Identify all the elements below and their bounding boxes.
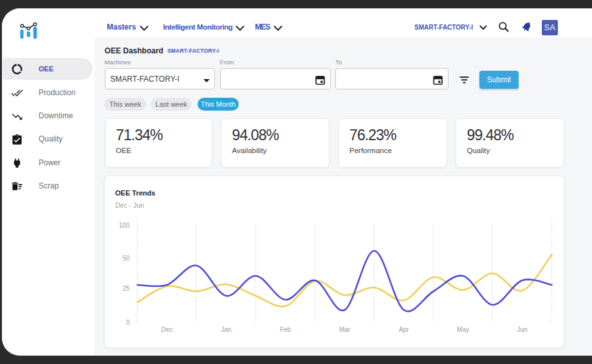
svg-text:May: May <box>457 326 469 333</box>
svg-text:25: 25 <box>122 285 130 292</box>
svg-text:Jun: Jun <box>517 326 527 333</box>
svg-text:Jan: Jan <box>221 326 231 333</box>
svg-text:Mar: Mar <box>338 326 350 333</box>
svg-text:Apr: Apr <box>398 326 409 333</box>
svg-text:Feb: Feb <box>279 326 291 333</box>
svg-text:Dec: Dec <box>161 326 172 333</box>
svg-text:100: 100 <box>118 222 129 229</box>
svg-text:0: 0 <box>125 319 129 326</box>
svg-text:50: 50 <box>122 255 130 262</box>
